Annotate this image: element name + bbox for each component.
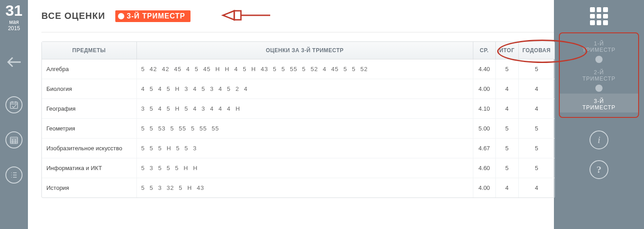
grades-cell: 5 5 5 Н 5 5 3 [136, 139, 473, 158]
calendar-grid-icon [9, 135, 18, 144]
grid-dot-icon [597, 7, 602, 12]
col-year-header: ГОДОВАЯ [518, 42, 554, 59]
info-button[interactable]: i [590, 130, 608, 149]
col-avg-header: СР. [473, 42, 495, 59]
year-cell: 4 [518, 178, 554, 198]
help-icon: ? [597, 164, 602, 175]
trimester-label: 2-Й [560, 69, 638, 76]
nav-list-button[interactable] [5, 166, 23, 184]
final-cell: 4 [495, 99, 518, 119]
grades-cell: 5 5 53 5 55 5 55 55 [136, 119, 473, 139]
avg-cell: 4.67 [473, 139, 495, 158]
year-cell: 5 [518, 139, 554, 158]
table-row: Информатика и ИКТ5 3 5 5 5 Н Н4.6055 [42, 158, 554, 178]
trimester-label: ТРИМЕСТР [560, 76, 638, 82]
grid-dot-icon [590, 7, 595, 12]
year-cell: 5 [518, 119, 554, 139]
year-cell: 5 [518, 158, 554, 178]
svg-rect-1 [10, 137, 18, 144]
final-cell: 5 [495, 119, 518, 139]
avg-cell: 4.10 [473, 99, 495, 119]
trimester-panel: 1-Й ТРИМЕСТР 2-Й ТРИМЕСТР 3-Й ТРИМЕСТР [559, 32, 639, 118]
help-button[interactable]: ? [590, 160, 608, 179]
grades-table-wrap: ПРЕДМЕТЫ ОЦЕНКИ ЗА 3-Й ТРИМЕСТР СР. ИТОГ… [41, 41, 555, 198]
grid-dot-icon [590, 20, 595, 25]
page-header: ВСЕ ОЦЕНКИ 3-Й ТРИМЕСТР [41, 0, 554, 32]
grid-dot-icon [597, 14, 602, 19]
table-row: Геометрия5 5 53 5 55 5 55 555.0055 [42, 119, 554, 139]
table-row: Биология4 5 4 5 Н 3 4 5 3 4 5 2 44.0044 [42, 79, 554, 99]
arrow-left-icon [6, 57, 22, 67]
trimester-label: 1-Й [560, 40, 638, 47]
aux-icons: i ? [590, 130, 608, 179]
grades-cell: 5 5 3 32 5 Н 43 [136, 178, 473, 198]
avg-cell: 5.00 [473, 119, 495, 139]
date-year: 2015 [5, 25, 23, 31]
subject-cell: Биология [42, 79, 136, 99]
final-cell: 4 [495, 79, 518, 99]
grades-cell: 5 42 42 45 4 5 45 Н Н 4 5 Н 43 5 5 55 5 … [136, 59, 473, 79]
apps-grid-button[interactable] [590, 7, 608, 25]
date-day: 31 [5, 3, 23, 18]
col-grades-header: ОЦЕНКИ ЗА 3-Й ТРИМЕСТР [136, 42, 473, 59]
trimester-label: 3-Й [560, 98, 638, 104]
final-cell: 4 [495, 178, 518, 198]
subject-cell: История [42, 178, 136, 198]
grid-dot-icon [597, 20, 602, 25]
avg-cell: 4.40 [473, 59, 495, 79]
table-row: Алгебра5 42 42 45 4 5 45 Н Н 4 5 Н 43 5 … [42, 59, 554, 79]
date-block: 31 мая 2015 [5, 0, 23, 31]
back-button[interactable] [6, 53, 22, 71]
subject-cell: География [42, 99, 136, 119]
table-row: География3 5 4 5 Н 5 4 3 4 4 4 Н4.1044 [42, 99, 554, 119]
badge-dot-icon [118, 13, 124, 19]
trimester-1-button[interactable]: 1-Й ТРИМЕСТР [560, 36, 638, 65]
list-icon [9, 171, 18, 180]
right-sidebar: 1-Й ТРИМЕСТР 2-Й ТРИМЕСТР 3-Й ТРИМЕСТР i… [554, 0, 644, 229]
col-final-header: ИТОГ [495, 42, 518, 59]
grid-dot-icon [603, 14, 608, 19]
year-cell: 4 [518, 79, 554, 99]
date-month: мая [5, 19, 23, 25]
grid-dot-icon [590, 14, 595, 19]
grades-cell: 3 5 4 5 Н 5 4 3 4 4 4 Н [136, 99, 473, 119]
subject-cell: Алгебра [42, 59, 136, 79]
trimester-label: ТРИМЕСТР [560, 47, 638, 53]
trimester-badge[interactable]: 3-Й ТРИМЕСТР [115, 10, 191, 22]
nav-icons [5, 96, 23, 184]
page-title: ВСЕ ОЦЕНКИ [41, 11, 105, 21]
avg-cell: 4.00 [473, 79, 495, 99]
table-body: Алгебра5 42 42 45 4 5 45 Н Н 4 5 Н 43 5 … [42, 59, 554, 198]
node-icon [595, 85, 603, 92]
calendar-check-icon [9, 100, 18, 109]
badge-label: 3-Й ТРИМЕСТР [127, 12, 186, 20]
subject-cell: Изобразительное искусство [42, 139, 136, 158]
nav-calendar-button[interactable] [5, 131, 23, 148]
avg-cell: 4.00 [473, 178, 495, 198]
nav-calendar-check-button[interactable] [5, 96, 23, 113]
year-cell: 4 [518, 99, 554, 119]
grades-cell: 5 3 5 5 5 Н Н [136, 158, 473, 178]
info-icon: i [598, 134, 600, 146]
table-header-row: ПРЕДМЕТЫ ОЦЕНКИ ЗА 3-Й ТРИМЕСТР СР. ИТОГ… [42, 42, 554, 59]
grades-cell: 4 5 4 5 Н 3 4 5 3 4 5 2 4 [136, 79, 473, 99]
left-sidebar: 31 мая 2015 [0, 0, 28, 229]
final-cell: 5 [495, 59, 518, 79]
trimester-3-button[interactable]: 3-Й ТРИМЕСТР [560, 94, 638, 112]
table-row: Изобразительное искусство5 5 5 Н 5 5 34.… [42, 139, 554, 158]
callout-arrow-icon [218, 7, 272, 25]
trimester-2-button[interactable]: 2-Й ТРИМЕСТР [560, 65, 638, 94]
main-content: ВСЕ ОЦЕНКИ 3-Й ТРИМЕСТР ПРЕДМЕТЫ ОЦЕНКИ … [28, 0, 554, 229]
trimester-label: ТРИМЕСТР [560, 104, 638, 111]
year-cell: 5 [518, 59, 554, 79]
node-icon [595, 56, 603, 63]
avg-cell: 4.60 [473, 158, 495, 178]
col-subject-header: ПРЕДМЕТЫ [42, 42, 136, 59]
final-cell: 5 [495, 158, 518, 178]
final-cell: 5 [495, 139, 518, 158]
grid-dot-icon [603, 20, 608, 25]
grades-table: ПРЕДМЕТЫ ОЦЕНКИ ЗА 3-Й ТРИМЕСТР СР. ИТОГ… [42, 42, 554, 198]
subject-cell: Информатика и ИКТ [42, 158, 136, 178]
table-row: История5 5 3 32 5 Н 434.0044 [42, 178, 554, 198]
subject-cell: Геометрия [42, 119, 136, 139]
